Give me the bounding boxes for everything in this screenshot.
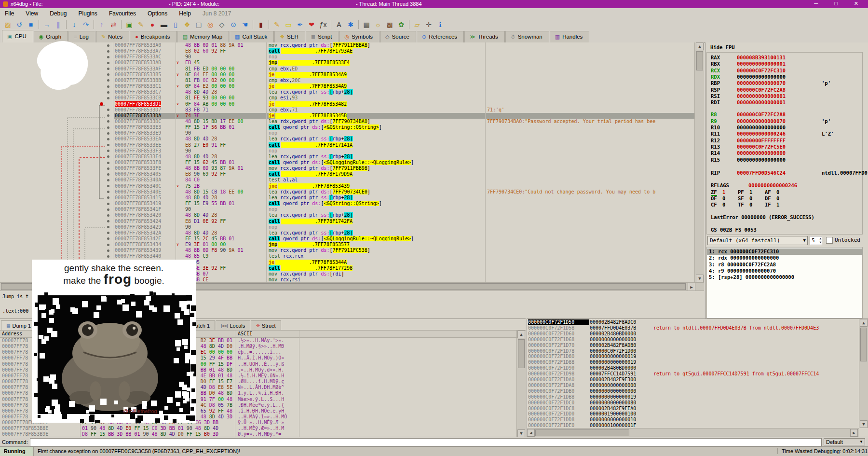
row-dot-icon[interactable] (107, 185, 109, 187)
run-icon[interactable]: → (41, 20, 52, 30)
disassembly-pane[interactable]: 00007FF78F8533A048 8B 0D 01 88 9A 01mov … (0, 42, 704, 290)
tab-references[interactable]: ⊙References (417, 31, 464, 42)
disasm-row[interactable]: 00007FF78F8533AF81 FB ED 00 00 00cmp ebx… (0, 66, 694, 72)
stack-row[interactable]: 000000C0F72F1D5800007FFD0D4E037Breturn t… (527, 325, 860, 331)
tips-icon[interactable]: ☼ (373, 20, 383, 30)
stack-row[interactable]: 000000C0F72F1DC8000002B482F9FEA0 (527, 406, 860, 412)
disasm-row[interactable]: 00007FF78F85342048 8D 4D 28lea rcx,qword… (0, 212, 694, 218)
disasm-row[interactable]: 00007FF78F853434∨E9 3E 01 00 00jmp.7FF78… (0, 242, 694, 248)
stack-hscrollbar[interactable]: ◀ ▶ (527, 428, 859, 437)
row-dot-icon[interactable] (107, 56, 109, 58)
row-dot-icon[interactable] (107, 255, 109, 258)
report-bug-icon[interactable]: ▱ (412, 20, 422, 30)
disasm-row[interactable]: 00007FF78F8533EA48 8D 4D 28lea rcx,qword… (0, 136, 694, 142)
row-dot-icon[interactable] (107, 50, 109, 53)
register-row[interactable]: R110000000000000246L'Ƶ' (707, 131, 861, 137)
seek-icon[interactable]: ✛ (423, 20, 434, 30)
row-dot-icon[interactable] (107, 144, 109, 146)
row-dot-icon[interactable] (107, 138, 109, 140)
register-row[interactable]: RDX0000000000000000 (707, 74, 861, 80)
registers-pane[interactable]: Hide FPU RAX000008B393100131RBX000000000… (705, 42, 868, 318)
threads-icon[interactable]: ☚ (240, 20, 250, 30)
minimize-button[interactable]: ─ (814, 0, 818, 7)
restart-icon[interactable]: ↺ (14, 20, 25, 30)
stack-row[interactable]: 000000C0F72F1D800000000000000019 (527, 354, 860, 359)
row-dot-icon[interactable] (107, 91, 109, 94)
command-script-type-select[interactable]: Default ▼ (824, 438, 865, 445)
disasm-row[interactable]: 00007FF78F8533DC48 8D 15 BD 17 EE 00lea … (0, 119, 694, 124)
scroll-thumb[interactable] (518, 339, 525, 368)
row-dot-icon[interactable] (107, 191, 109, 193)
tab-snowman[interactable]: ☃Snowman (505, 31, 549, 42)
flags-row[interactable]: CF0TF0IF1 (707, 202, 861, 208)
notes-icon[interactable]: ✎ (136, 20, 146, 30)
menu-item-favourites[interactable]: Favourites (109, 10, 136, 17)
attach-icon[interactable]: ▩ (384, 20, 395, 30)
stack-row[interactable]: 000000C0F72F1D90000002B480BD0000 (527, 365, 860, 371)
tab-cpu[interactable]: ▣CPU (2, 30, 33, 42)
row-dot-icon[interactable] (107, 237, 109, 240)
call-stack-icon[interactable]: ▯ (170, 20, 181, 30)
about-icon[interactable]: ℹ (435, 20, 446, 30)
scylla-icon[interactable]: ▮ (256, 20, 266, 30)
unlocked-checkbox[interactable] (826, 237, 833, 244)
disasm-row[interactable]: 00007FF78F853419FF 15 E9 55 BB 01call qw… (0, 201, 694, 207)
stack-row[interactable]: 000000C0F72F1D60000002B480BD0000 (527, 331, 860, 337)
execute-till-return-icon[interactable]: ↑ (96, 20, 107, 30)
scroll-thumb[interactable] (696, 51, 703, 70)
menu-item-view[interactable]: View (26, 10, 38, 17)
scroll-down-arrow[interactable]: ▼ (696, 275, 704, 282)
row-dot-icon[interactable] (107, 167, 109, 170)
menu-item-options[interactable]: Options (148, 10, 167, 17)
maximize-button[interactable]: □ (834, 0, 838, 7)
symbols-icon[interactable]: ◎ (205, 20, 216, 30)
stack-pane[interactable]: 000000C0F72F1D50000002B482F8ADC0000000C0… (527, 318, 868, 437)
row-dot-icon[interactable] (107, 85, 109, 88)
disasm-row[interactable]: 00007FF78F85340A84 C0test al,al (0, 177, 694, 183)
tab-struct[interactable]: ✜Struct (251, 320, 281, 330)
disasm-row[interactable]: 00007FF78F8533AC90nop (0, 54, 694, 60)
row-dot-icon[interactable] (107, 220, 109, 222)
stack-row[interactable]: 000000C0F72F1DD00000001900000100 (527, 411, 860, 417)
row-dot-icon[interactable] (107, 196, 109, 199)
stack-row[interactable]: 000000C0F72F1DC00000000000000080 (527, 400, 860, 406)
scroll-right-arrow[interactable]: ▶ (688, 283, 695, 290)
command-input[interactable] (30, 438, 822, 446)
row-dot-icon[interactable] (107, 179, 109, 181)
disasm-row[interactable]: 00007FF78F85343948 8B 0D F8 90 9A 01mov … (0, 248, 694, 253)
row-dot-icon[interactable] (107, 120, 109, 123)
disasm-vscrollbar[interactable]: ▲ ▼ (694, 42, 704, 282)
bookmark-icon[interactable]: ❤ (306, 20, 317, 30)
arg-count-stepper[interactable]: 5 ▲▼ (810, 236, 822, 245)
disasm-row[interactable]: →00007FF78F8533F448 8D 4D 28lea rcx,qwor… (0, 154, 694, 160)
tab-dump-1[interactable]: ▦Dump 1 (1, 320, 36, 330)
row-dot-icon[interactable] (107, 150, 109, 152)
stack-row[interactable]: 000000C0F72F1D880000000000000019 (527, 359, 860, 365)
row-dot-icon[interactable] (107, 173, 109, 176)
seh-icon[interactable]: ❖ (182, 20, 192, 30)
breakpoints-icon[interactable]: ● (147, 20, 158, 30)
disasm-row[interactable]: 00007FF78F8533C1∨0F 84 E2 00 00 00je.7FF… (0, 83, 694, 89)
stack-row[interactable]: 000000C0F72F1D9800007FFCC14D7591return t… (527, 371, 860, 377)
function-icon[interactable]: ƒx (318, 20, 328, 30)
tab-seh[interactable]: ❖SEH (274, 31, 305, 42)
disasm-row[interactable]: 00007FF78F8533A7E8 02 60 92 FFcall.7FF78… (0, 48, 694, 54)
tab-script[interactable]: ≣Script (306, 31, 339, 42)
memory-map-icon[interactable]: ▬ (159, 20, 169, 30)
disasm-row[interactable]: 00007FF78F8533AD∨EB 45jmp.7FF78F8533F4 (0, 60, 694, 66)
stack-vscrollbar[interactable]: ▲ ▼ (859, 319, 868, 428)
call-argument-row[interactable]: 1: rcx 000000C0F72FC310 (707, 249, 863, 255)
disasm-row[interactable]: 00007FF78F85342A48 8D 4D 28lea rcx,qword… (0, 230, 694, 236)
tab-notes[interactable]: ✎Notes (96, 31, 129, 42)
disasm-row[interactable]: 00007FF78F85340E48 8D 15 CB 18 EE 00lea … (0, 189, 694, 195)
register-row[interactable]: R1200000000FFFFFFFF (707, 138, 861, 144)
plugins-icon[interactable]: ✿ (396, 20, 407, 30)
stack-row[interactable]: 000000C0F72F1DA80000000000000000 (527, 383, 860, 388)
references-icon[interactable]: ⊙ (228, 20, 239, 30)
row-dot-icon[interactable] (107, 232, 109, 234)
dump-row[interactable]: 00007FF78F853B8E01 90 48 8D 4D E0 FF 15 … (0, 426, 518, 431)
register-row[interactable]: R150000000000000000 (707, 157, 861, 163)
register-row[interactable]: R8000000C0F72FC2A8 (707, 111, 861, 118)
disasm-row[interactable]: 00007FF78F8533FE48 8B 0D 93 87 9A 01mov … (0, 166, 694, 171)
row-dot-icon[interactable] (107, 203, 109, 205)
